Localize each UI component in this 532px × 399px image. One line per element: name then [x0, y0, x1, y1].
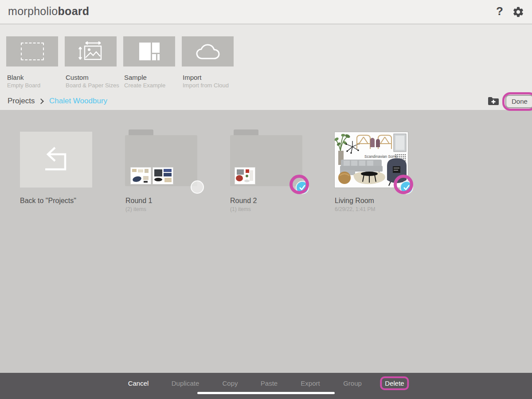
folder-tab — [129, 129, 153, 135]
template-blank-card[interactable] — [6, 36, 58, 66]
back-to-projects-card[interactable] — [20, 132, 92, 188]
template-sample-label: Sample — [124, 74, 147, 81]
toolbar-copy[interactable]: Copy — [222, 379, 238, 387]
template-section: Blank Empty Board Custom Board & Paper S… — [0, 24, 532, 110]
template-blank-label: Blank — [7, 74, 24, 81]
breadcrumb-projects[interactable]: Projects — [8, 97, 35, 106]
header-bar: morpholioboard ? — [0, 0, 532, 24]
folder-tab — [234, 129, 258, 135]
selection-circle-living-room[interactable] — [400, 181, 413, 194]
back-card-label: Back to "Projects" — [20, 197, 76, 205]
mini-board-thumbnail — [131, 168, 151, 184]
selection-circle-round-2[interactable] — [296, 181, 309, 194]
done-button[interactable]: Done — [505, 95, 532, 108]
toolbar-delete-label: Delete — [385, 379, 404, 387]
template-import-card[interactable] — [182, 36, 234, 66]
board-title-text: Scandinavian SoHo — [364, 154, 398, 159]
item-name: Round 2 — [230, 197, 257, 205]
template-blank-sublabel: Empty Board — [7, 82, 40, 89]
template-custom-sublabel: Board & Paper Sizes — [66, 82, 119, 89]
template-import-label: Import — [183, 74, 202, 81]
toolbar-delete[interactable]: Delete — [385, 379, 404, 387]
help-icon[interactable]: ? — [496, 4, 503, 18]
toolbar-cancel[interactable]: Cancel — [128, 379, 149, 387]
item-meta: (2) items — [125, 206, 146, 212]
template-sample-card[interactable] — [123, 36, 175, 66]
toolbar-duplicate[interactable]: Duplicate — [172, 379, 200, 387]
selection-circle-round-1[interactable] — [191, 180, 204, 194]
board-living-room[interactable]: Scandinavian SoHo — [335, 132, 408, 188]
toolbar-export[interactable]: Export — [301, 379, 320, 387]
logo-morpholio: morpholio — [8, 5, 58, 17]
new-folder-icon[interactable] — [488, 97, 499, 106]
item-meta: (1) items — [230, 206, 251, 212]
mini-board-thumbnail — [153, 168, 173, 184]
custom-size-icon — [78, 41, 104, 62]
moodboard-preview: Scandinavian SoHo — [335, 132, 408, 188]
checkmark-icon — [403, 184, 411, 192]
item-meta: 6/29/22, 1:41 PM — [335, 206, 375, 212]
bottom-toolbar: Cancel Duplicate Copy Paste Export Group… — [0, 373, 532, 399]
app-window: morpholioboard ? — [0, 0, 532, 399]
chevron-right-icon — [38, 98, 44, 104]
app-logo: morpholioboard — [8, 5, 89, 18]
return-arrow-icon — [37, 146, 76, 173]
gear-icon[interactable] — [512, 6, 524, 18]
blank-board-icon — [21, 43, 44, 60]
template-import-sublabel: Import from Cloud — [183, 82, 229, 89]
done-button-label: Done — [512, 98, 528, 105]
logo-board: board — [58, 5, 89, 17]
template-custom-card[interactable] — [65, 36, 117, 66]
mini-board-thumbnail — [235, 168, 255, 184]
sample-layout-icon — [139, 43, 160, 60]
template-sample-sublabel: Create Example — [124, 82, 165, 89]
home-indicator[interactable] — [197, 392, 335, 394]
item-name: Living Room — [335, 197, 374, 205]
breadcrumb-current-folder: Chalet Woodbury — [49, 97, 107, 106]
item-name: Round 1 — [125, 197, 153, 205]
toolbar-paste[interactable]: Paste — [261, 379, 278, 387]
template-custom-label: Custom — [66, 74, 89, 81]
checkmark-icon — [298, 184, 306, 192]
cloud-icon — [194, 41, 222, 62]
toolbar-group[interactable]: Group — [343, 379, 362, 387]
